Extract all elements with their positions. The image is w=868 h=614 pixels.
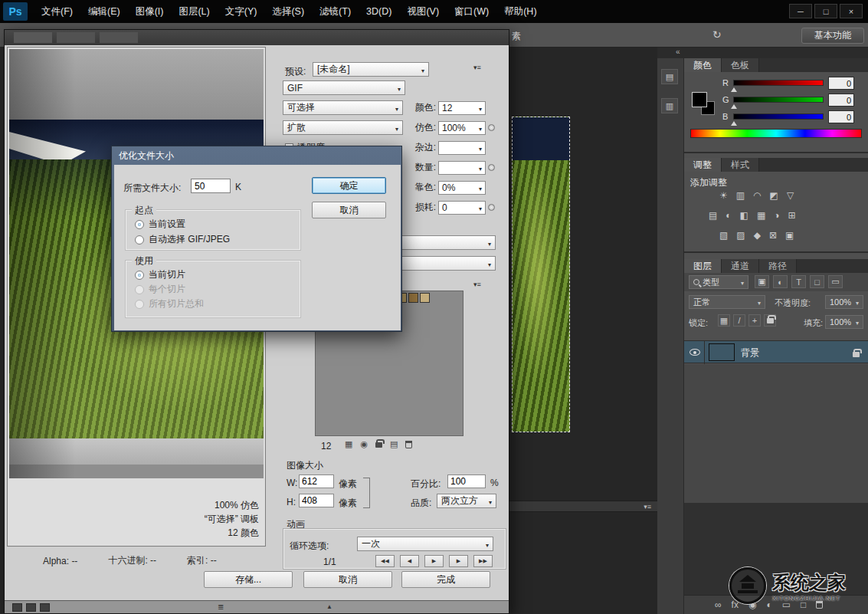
preview-toggle-icon[interactable] — [40, 603, 50, 612]
blue-value-field[interactable]: 0 — [828, 110, 854, 123]
matte-field[interactable] — [438, 141, 486, 155]
color-swatch[interactable] — [420, 293, 430, 303]
color-table-menu-icon[interactable]: ▾≡ — [473, 281, 481, 288]
new-color-icon[interactable]: ▤ — [390, 439, 398, 449]
fill-field[interactable]: 100% — [825, 315, 863, 329]
menu-help[interactable]: 帮助(H) — [496, 0, 544, 23]
slice-tool-icon[interactable]: ≣ — [218, 603, 224, 611]
menu-file[interactable]: 文件(F) — [34, 0, 80, 23]
blue-slider-handle[interactable] — [731, 121, 737, 126]
document-image[interactable] — [512, 117, 570, 432]
web-shift-icon[interactable]: ◉ — [360, 439, 368, 449]
tab-channels[interactable]: 通道 — [722, 259, 759, 273]
current-slice-radio[interactable] — [135, 271, 144, 280]
green-slider[interactable] — [733, 97, 824, 103]
lock-image-icon[interactable]: / — [733, 314, 745, 327]
menu-edit[interactable]: 编辑(E) — [80, 0, 128, 23]
invert-icon[interactable]: ▧ — [719, 230, 728, 241]
black-white-icon[interactable]: ◧ — [740, 210, 748, 221]
height-field[interactable] — [299, 494, 334, 507]
menu-3d[interactable]: 3D(D) — [359, 0, 399, 23]
auto-select-option[interactable]: 自动选择 GIF/JPEG — [135, 233, 230, 246]
auto-select-radio[interactable] — [135, 235, 144, 245]
brightness-contrast-icon[interactable]: ☀ — [719, 190, 728, 201]
lock-position-icon[interactable]: + — [748, 314, 761, 327]
color-spectrum-bar[interactable] — [690, 129, 862, 138]
quality-dropdown[interactable]: 两次立方 — [437, 494, 496, 508]
maximize-button[interactable]: □ — [814, 4, 837, 18]
preset-dropdown[interactable]: [未命名] — [313, 62, 429, 77]
map-transparency-icon[interactable]: ▦ — [345, 439, 352, 449]
dialog-titlebar[interactable]: 优化文件大小 — [114, 146, 399, 165]
refresh-icon[interactable]: ↻ — [712, 28, 722, 41]
tab-swatches[interactable]: 色板 — [722, 58, 759, 72]
curves-icon[interactable]: ◠ — [753, 190, 761, 201]
hue-saturation-icon[interactable]: ▤ — [709, 210, 717, 221]
color-balance-icon[interactable]: ◐ — [726, 210, 731, 221]
zoom-tool-icon[interactable]: ▲ — [326, 603, 332, 610]
tab-paths[interactable]: 路径 — [759, 259, 797, 273]
close-button[interactable]: × — [840, 4, 863, 18]
amount-field[interactable] — [438, 161, 486, 175]
link-layers-icon[interactable]: ∞ — [715, 599, 722, 610]
dither-field[interactable]: 100% — [438, 121, 486, 135]
threshold-icon[interactable]: ◆ — [754, 230, 761, 241]
current-settings-radio[interactable] — [135, 220, 144, 229]
levels-icon[interactable]: ▥ — [736, 190, 745, 201]
palette-dropdown[interactable]: 可选择 — [283, 100, 403, 115]
lossy-field[interactable]: 0 — [438, 201, 486, 215]
menu-layer[interactable]: 图层(L) — [171, 0, 217, 23]
photo-filter-icon[interactable]: ▦ — [757, 210, 765, 221]
tab-adjustments[interactable]: 调整 — [684, 158, 722, 172]
menu-filter[interactable]: 滤镜(T) — [312, 0, 359, 23]
adjustment-layer-filter-icon[interactable]: ◐ — [773, 275, 788, 288]
save-for-web-titlebar[interactable] — [5, 30, 509, 45]
exposure-icon[interactable]: ◩ — [770, 190, 778, 201]
blend-mode-dropdown[interactable]: 正常 — [689, 295, 765, 309]
web-snap-field[interactable]: 0% — [438, 181, 486, 195]
lossy-mini-slider[interactable] — [488, 204, 495, 211]
blue-slider[interactable] — [733, 113, 824, 120]
preview-toggle-icon[interactable] — [26, 603, 36, 612]
width-field[interactable] — [299, 474, 334, 488]
optimize-menu-icon[interactable]: ▾≡ — [473, 64, 481, 71]
background-layer-row[interactable]: 背景 — [684, 340, 868, 363]
smart-object-filter-icon[interactable]: ▭ — [828, 275, 843, 288]
green-value-field[interactable]: 0 — [828, 94, 854, 107]
red-slider[interactable] — [733, 80, 824, 86]
amount-mini-slider[interactable] — [488, 164, 495, 171]
cancel-button[interactable]: 取消 — [303, 571, 392, 588]
colors-field[interactable]: 12 — [438, 101, 486, 115]
previous-frame-button[interactable]: ◀ — [400, 555, 419, 567]
gradient-map-icon[interactable]: ⊠ — [769, 230, 777, 241]
red-value-field[interactable]: 0 — [828, 77, 854, 90]
delete-color-icon[interactable] — [405, 441, 412, 448]
layer-filter-dropdown[interactable]: 类型 — [689, 275, 748, 289]
minimize-button[interactable]: ─ — [789, 4, 812, 18]
first-frame-button[interactable]: ◀◀ — [375, 555, 395, 567]
properties-panel-icon[interactable]: ▥ — [661, 98, 678, 113]
shape-layer-filter-icon[interactable]: □ — [810, 275, 824, 288]
percent-field[interactable] — [447, 474, 486, 488]
red-slider-handle[interactable] — [731, 87, 737, 92]
color-swatch[interactable] — [408, 293, 418, 303]
dither-method-dropdown[interactable]: 扩散 — [283, 120, 403, 135]
history-panel-icon[interactable]: ▤ — [661, 69, 678, 84]
menu-image[interactable]: 图像(I) — [128, 0, 172, 23]
menu-window[interactable]: 窗口(W) — [447, 0, 496, 23]
current-settings-option[interactable]: 当前设置 — [135, 218, 185, 231]
lock-all-icon[interactable] — [764, 314, 776, 327]
format-dropdown[interactable]: GIF — [283, 80, 405, 95]
tab-layers[interactable]: 图层 — [684, 259, 722, 273]
menu-view[interactable]: 视图(V) — [399, 0, 447, 23]
layer-visibility-eye-icon[interactable] — [689, 349, 700, 356]
type-layer-filter-icon[interactable]: T — [791, 275, 806, 288]
lock-color-icon[interactable] — [375, 440, 382, 449]
hidden-panel-menu-icon[interactable]: ▾≡ — [644, 503, 651, 511]
channel-mixer-icon[interactable]: ◑ — [774, 210, 779, 221]
file-size-field[interactable] — [191, 179, 231, 193]
lock-transparent-icon[interactable]: ▦ — [718, 314, 730, 327]
loop-dropdown[interactable]: 一次 — [357, 537, 493, 551]
workspace-switcher-button[interactable]: 基本功能 — [801, 28, 864, 44]
foreground-color-swatch[interactable] — [692, 92, 707, 107]
